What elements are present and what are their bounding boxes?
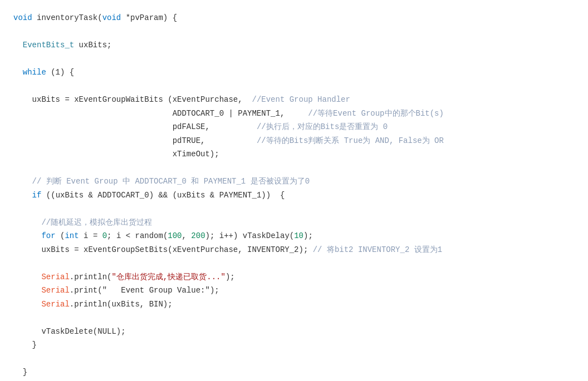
code-line [13, 256, 575, 270]
code-line: uxBits = xEventGroupSetBits(xEventPurcha… [13, 243, 575, 257]
code-line [13, 311, 575, 325]
code-line [13, 202, 575, 216]
code-line: for (int i = 0; i < random(100, 200); i+… [13, 229, 575, 243]
code-line: pdTRUE, //等待的Bits判断关系 True为 AND, False为 … [13, 134, 575, 148]
code-line: EventBits_t uxBits; [13, 38, 575, 52]
code-line: if ((uxBits & ADDTOCART_0) && (uxBits & … [13, 189, 575, 202]
code-line: while (1) { [13, 66, 575, 80]
code-line: void inventoryTask(void *pvParam) { [13, 11, 575, 25]
code-line: Serial.println(uxBits, BIN); [13, 298, 575, 311]
code-line: xTimeOut); [13, 147, 575, 161]
code-line: uxBits = xEventGroupWaitBits (xEventPurc… [13, 93, 575, 107]
code-line [13, 80, 575, 93]
code-line [13, 52, 575, 66]
code-line: vTaskDelete(NULL); [13, 325, 575, 339]
code-line [13, 352, 575, 366]
code-line: } [13, 365, 575, 379]
code-line: Serial.print(" Event Group Value:"); [13, 284, 575, 298]
code-container: void inventoryTask(void *pvParam) { Even… [0, 0, 588, 381]
code-line [13, 161, 575, 175]
code-line: pdFALSE, //执行后，对应的Bits是否重置为 0 [13, 120, 575, 134]
code-line [13, 379, 575, 382]
code-line: ADDTOCART_0 | PAYMENT_1, //等待Event Group… [13, 107, 575, 121]
code-line: //随机延迟，模拟仓库出货过程 [13, 216, 575, 230]
code-line: // 判断 Event Group 中 ADDTOCART_0 和 PAYMEN… [13, 175, 575, 189]
code-line [13, 25, 575, 39]
code-line: } [13, 338, 575, 352]
code-block: void inventoryTask(void *pvParam) { Even… [13, 11, 575, 381]
code-line: Serial.println("仓库出货完成,快递已取货..."); [13, 270, 575, 284]
